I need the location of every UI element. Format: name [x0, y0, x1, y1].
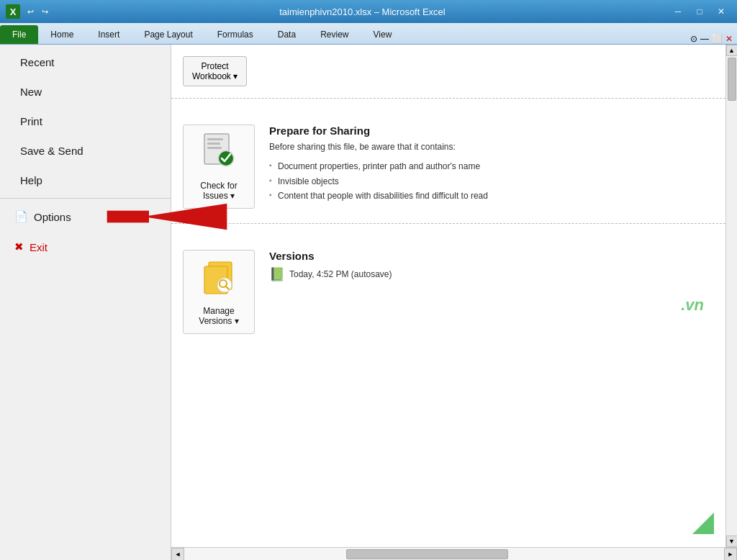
list-item-2: Invisible objects [269, 174, 708, 189]
h-scroll-track [184, 548, 724, 560]
ribbon-close-icon[interactable]: ✕ [725, 34, 733, 44]
separator-2 [171, 223, 725, 224]
tab-file[interactable]: File [0, 25, 38, 44]
sidebar-label-print: Print [20, 115, 42, 127]
exit-icon: ✖ [14, 240, 24, 253]
versions-text-content: Versions 📗 Today, 4:52 PM (autosave) [269, 250, 708, 282]
tab-data[interactable]: Data [266, 25, 308, 44]
list-item-1: Document properties, printer path and au… [269, 159, 708, 174]
title-bar: X ↩ ↪ taimienphivn2010.xlsx – Microsoft … [0, 0, 737, 23]
scroll-right-button[interactable]: ► [724, 548, 737, 560]
check-for-issues-label: Check forIssues ▾ [200, 181, 237, 201]
excel-icon: X [6, 4, 20, 19]
version-file-icon: 📗 [269, 266, 285, 282]
manage-versions-icon [202, 258, 236, 302]
sidebar-item-print[interactable]: Print [0, 107, 171, 136]
sidebar-label-exit: Exit [30, 241, 48, 253]
vertical-scrollbar[interactable]: ▲ ▼ [725, 45, 737, 547]
window-controls: ─ □ ✕ [668, 4, 731, 19]
ribbon-minimize-icon[interactable]: — [700, 34, 709, 44]
sidebar-label-new: New [20, 86, 42, 98]
horizontal-scrollbar[interactable]: ◄ ► [171, 547, 737, 560]
prepare-description: Before sharing this file, be aware that … [269, 141, 708, 153]
sidebar: Recent New Print Save & Send Help 📄 Opti… [0, 45, 171, 560]
sidebar-item-recent[interactable]: Recent [0, 48, 171, 77]
close-button[interactable]: ✕ [711, 4, 731, 19]
maximize-button[interactable]: □ [689, 4, 710, 19]
version-item-1: 📗 Today, 4:52 PM (autosave) [269, 266, 708, 282]
info-section-top: ProtectWorkbook ▾ [171, 45, 725, 89]
ribbon-tabs: File Home Insert Page Layout Formulas Da… [0, 23, 737, 45]
tab-view[interactable]: View [361, 25, 404, 44]
h-scrollbar-thumb[interactable] [346, 549, 508, 559]
tab-review[interactable]: Review [308, 25, 361, 44]
check-for-issues-button[interactable]: Check forIssues ▾ [183, 125, 255, 209]
separator-1 [171, 98, 725, 99]
sidebar-label-recent: Recent [20, 56, 55, 68]
prepare-text-content: Prepare for Sharing Before sharing this … [269, 125, 708, 204]
tab-home[interactable]: Home [38, 25, 86, 44]
check-issues-icon [202, 132, 236, 176]
undo-redo-group: ↩ ↪ [24, 6, 51, 18]
prepare-list: Document properties, printer path and au… [269, 159, 708, 204]
scroll-left-button[interactable]: ◄ [171, 548, 184, 560]
content-area: ProtectWorkbook ▾ [171, 45, 725, 547]
undo-button[interactable]: ↩ [24, 6, 37, 18]
scrollbar-thumb[interactable] [728, 58, 736, 101]
tab-insert[interactable]: Insert [86, 25, 132, 44]
prepare-title: Prepare for Sharing [269, 125, 708, 137]
versions-title: Versions [269, 250, 708, 262]
scroll-up-button[interactable]: ▲ [726, 45, 738, 56]
sidebar-item-help[interactable]: Help [0, 166, 171, 195]
manage-versions-button[interactable]: ManageVersions ▾ [183, 250, 255, 334]
options-doc-icon: 📄 [14, 210, 28, 223]
versions-section: ManageVersions ▾ Versions 📗 Today, 4:52 … [171, 232, 725, 369]
protect-workbook-button[interactable]: ProtectWorkbook ▾ [183, 56, 247, 86]
manage-versions-label: ManageVersions ▾ [199, 306, 238, 326]
svg-rect-1 [107, 211, 149, 223]
ribbon-right-controls: ⊙ — ⬜ ✕ [686, 34, 737, 44]
version-autosave-label: Today, 4:52 PM (autosave) [289, 269, 392, 279]
ribbon-restore-icon[interactable]: ⬜ [712, 34, 723, 44]
sidebar-divider [0, 198, 171, 199]
main-layout: Recent New Print Save & Send Help 📄 Opti… [0, 45, 737, 560]
versions-content: ManageVersions ▾ Versions 📗 Today, 4:52 … [183, 244, 708, 340]
prepare-content: Check forIssues ▾ Prepare for Sharing Be… [183, 119, 708, 214]
tab-page-layout[interactable]: Page Layout [132, 25, 204, 44]
sidebar-label-help: Help [20, 174, 42, 186]
sidebar-item-new[interactable]: New [0, 77, 171, 107]
svg-rect-3 [207, 138, 223, 140]
sidebar-item-options[interactable]: 📄 Options [0, 202, 171, 232]
list-item-3: Content that people with disabilities fi… [269, 189, 708, 204]
triangle-decoration [692, 512, 714, 534]
sidebar-label-save-send: Save & Send [20, 145, 83, 157]
svg-rect-5 [207, 147, 222, 149]
window-title: taimienphivn2010.xlsx – Microsoft Excel [57, 6, 668, 17]
prepare-section: Check forIssues ▾ Prepare for Sharing Be… [171, 107, 725, 214]
sidebar-item-exit[interactable]: ✖ Exit [0, 232, 171, 262]
scroll-down-button[interactable]: ▼ [726, 536, 738, 547]
sidebar-item-save-send[interactable]: Save & Send [0, 136, 171, 166]
minimize-button[interactable]: ─ [668, 4, 688, 19]
redo-button[interactable]: ↪ [39, 6, 51, 18]
ribbon-help-icon[interactable]: ⊙ [690, 34, 697, 44]
sidebar-label-options: Options [34, 211, 71, 223]
svg-rect-4 [207, 143, 220, 145]
tab-formulas[interactable]: Formulas [205, 25, 266, 44]
